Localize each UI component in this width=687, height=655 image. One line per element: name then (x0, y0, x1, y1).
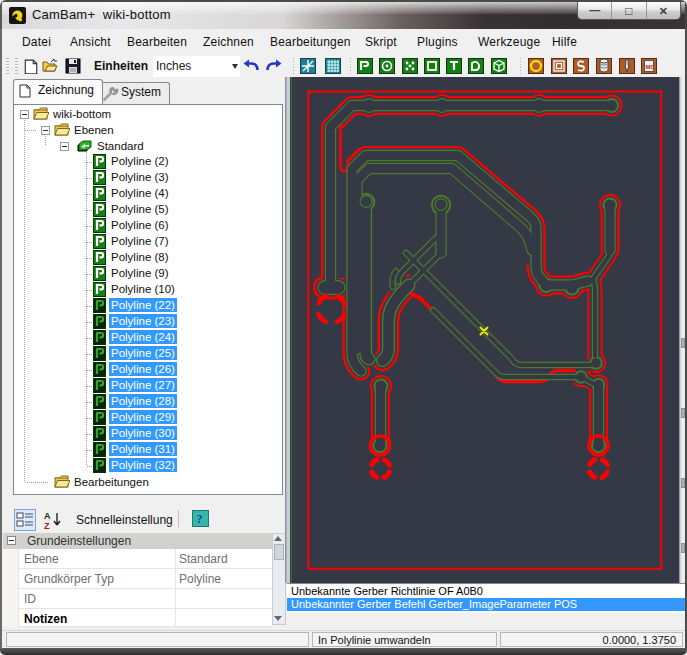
svg-text:A: A (44, 511, 51, 521)
svg-text:Z: Z (44, 521, 50, 530)
svg-text:MC: MC (646, 64, 656, 70)
svg-text:?: ? (197, 512, 203, 526)
